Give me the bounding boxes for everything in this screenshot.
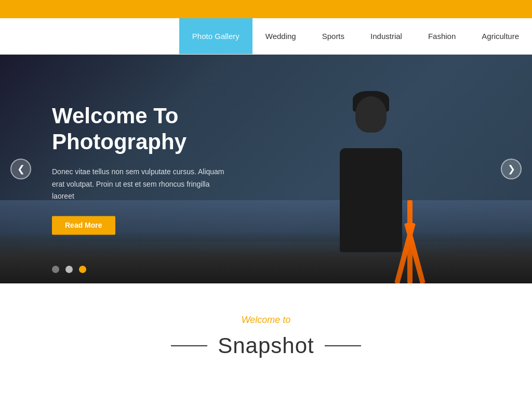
nav-link-industrial[interactable]: Industrial <box>357 18 415 54</box>
hero-slider: Welcome To Photography Donec vitae tellu… <box>0 55 532 283</box>
slider-prev-button[interactable]: ❮ <box>10 159 31 179</box>
nav-link-agriculture[interactable]: Agriculture <box>469 18 532 54</box>
hero-body-line1: Donec vitae tellus non sem vulputate cur… <box>52 167 224 176</box>
welcome-line-left <box>171 345 207 346</box>
tripod <box>407 200 413 283</box>
nav-link-wedding[interactable]: Wedding <box>252 18 309 54</box>
nav-item-photo-gallery[interactable]: Photo Gallery <box>179 18 252 54</box>
hero-body-line2: erat volutpat. Proin ut est et sem rhonc… <box>52 180 209 188</box>
figure-body <box>340 148 402 252</box>
photographer-figure <box>288 86 454 283</box>
hero-body: Donec vitae tellus non sem vulputate cur… <box>52 166 312 203</box>
main-nav: Photo Gallery Wedding Sports Industrial … <box>0 18 532 55</box>
slider-dot-3[interactable] <box>79 266 86 273</box>
hero-title: Welcome To Photography <box>52 103 312 155</box>
welcome-title-wrapper: Snapshot <box>10 333 522 358</box>
welcome-line-right <box>325 345 361 346</box>
slider-next-button[interactable]: ❯ <box>501 159 522 179</box>
welcome-title: Snapshot <box>218 333 314 358</box>
slider-dots <box>52 266 86 273</box>
figure-head <box>355 96 387 133</box>
welcome-subtitle: Welcome to <box>10 315 522 326</box>
top-bar <box>0 0 532 18</box>
nav-link-photo-gallery[interactable]: Photo Gallery <box>179 18 252 54</box>
nav-item-industrial[interactable]: Industrial <box>357 18 415 54</box>
nav-link-fashion[interactable]: Fashion <box>415 18 469 54</box>
nav-item-fashion[interactable]: Fashion <box>415 18 469 54</box>
welcome-section: Welcome to Snapshot <box>0 283 532 379</box>
logo-area <box>0 18 179 54</box>
read-more-button[interactable]: Read More <box>52 216 115 235</box>
hero-body-line3: laoreet <box>52 192 74 201</box>
nav-menu: Photo Gallery Wedding Sports Industrial … <box>179 18 532 54</box>
slider-dot-1[interactable] <box>52 266 59 273</box>
hero-content: Welcome To Photography Donec vitae tellu… <box>52 103 312 235</box>
slider-dot-2[interactable] <box>65 266 73 273</box>
nav-item-wedding[interactable]: Wedding <box>252 18 309 54</box>
nav-item-sports[interactable]: Sports <box>309 18 357 54</box>
nav-link-sports[interactable]: Sports <box>309 18 357 54</box>
nav-item-agriculture[interactable]: Agriculture <box>469 18 532 54</box>
